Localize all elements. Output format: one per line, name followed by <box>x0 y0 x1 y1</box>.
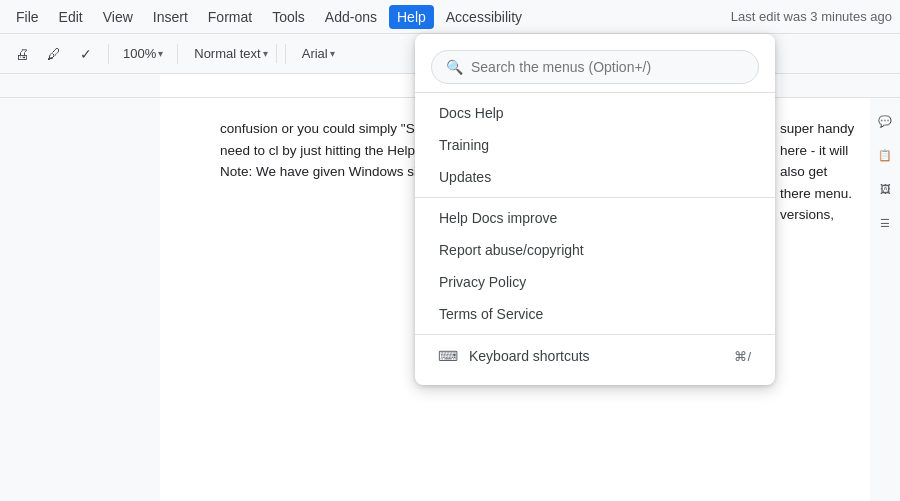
font-value: Arial <box>302 46 328 61</box>
report-abuse-label: Report abuse/copyright <box>439 242 751 258</box>
font-chevron: ▾ <box>330 48 335 59</box>
style-chevron: ▾ <box>263 48 268 59</box>
style-value: Normal text <box>194 46 260 61</box>
search-container: 🔍 <box>415 42 775 93</box>
zoom-selector[interactable]: 100% ▾ <box>117 44 169 63</box>
keyboard-shortcuts-item[interactable]: ⌨ Keyboard shortcuts ⌘/ <box>415 339 775 373</box>
help-section-1: Docs Help Training Updates <box>415 93 775 197</box>
help-dropdown-menu: 🔍 Docs Help Training Updates Help Docs i… <box>415 34 775 385</box>
divider-1 <box>108 44 109 64</box>
divider-3 <box>285 44 286 64</box>
menu-tools[interactable]: Tools <box>264 5 313 29</box>
help-improve-label: Help Docs improve <box>439 210 751 226</box>
sidebar-image-icon[interactable]: 🖼 <box>872 176 898 202</box>
privacy-policy-item[interactable]: Privacy Policy <box>415 266 775 298</box>
divider-2 <box>177 44 178 64</box>
menu-insert[interactable]: Insert <box>145 5 196 29</box>
privacy-policy-label: Privacy Policy <box>439 274 751 290</box>
docs-help-label: Docs Help <box>439 105 751 121</box>
docs-help-item[interactable]: Docs Help <box>415 97 775 129</box>
training-item[interactable]: Training <box>415 129 775 161</box>
help-section-2: Help Docs improve Report abuse/copyright… <box>415 197 775 334</box>
font-selector[interactable]: Arial ▾ <box>294 44 343 63</box>
zoom-value: 100% <box>123 46 156 61</box>
paint-format-button[interactable]: 🖊 <box>40 40 68 68</box>
menu-addons[interactable]: Add-ons <box>317 5 385 29</box>
menu-edit[interactable]: Edit <box>51 5 91 29</box>
help-improve-item[interactable]: Help Docs improve <box>415 202 775 234</box>
menu-file[interactable]: File <box>8 5 47 29</box>
search-icon: 🔍 <box>446 59 463 75</box>
sidebar-comment-icon[interactable]: 💬 <box>872 108 898 134</box>
search-box: 🔍 <box>431 50 759 84</box>
left-margin <box>0 98 160 501</box>
terms-item[interactable]: Terms of Service <box>415 298 775 330</box>
help-section-3: ⌨ Keyboard shortcuts ⌘/ <box>415 334 775 377</box>
spellcheck-button[interactable]: ✓ <box>72 40 100 68</box>
search-input[interactable] <box>471 59 744 75</box>
menu-format[interactable]: Format <box>200 5 260 29</box>
right-page-content: super handy here - it will also get ther… <box>770 98 870 501</box>
accessibility-menu[interactable]: Accessibility <box>438 5 530 29</box>
terms-label: Terms of Service <box>439 306 751 322</box>
keyboard-shortcuts-label: Keyboard shortcuts <box>469 348 722 364</box>
zoom-chevron: ▾ <box>158 48 163 59</box>
keyboard-icon: ⌨ <box>439 347 457 365</box>
menu-help[interactable]: Help <box>389 5 434 29</box>
report-abuse-item[interactable]: Report abuse/copyright <box>415 234 775 266</box>
training-label: Training <box>439 137 751 153</box>
print-button[interactable]: 🖨 <box>8 40 36 68</box>
last-edit-status: Last edit was 3 minutes ago <box>731 9 892 24</box>
sidebar-history-icon[interactable]: 📋 <box>872 142 898 168</box>
menu-bar: File Edit View Insert Format Tools Add-o… <box>0 0 900 34</box>
right-margin: 💬 📋 🖼 ☰ <box>870 98 900 501</box>
keyboard-shortcuts-shortcut: ⌘/ <box>734 349 751 364</box>
right-text-2: versions, <box>780 204 860 226</box>
style-selector[interactable]: Normal text ▾ <box>186 44 276 63</box>
right-text-1: super handy here - it will also get ther… <box>780 118 860 204</box>
sidebar-menu-icon[interactable]: ☰ <box>872 210 898 236</box>
updates-label: Updates <box>439 169 751 185</box>
menu-view[interactable]: View <box>95 5 141 29</box>
updates-item[interactable]: Updates <box>415 161 775 193</box>
